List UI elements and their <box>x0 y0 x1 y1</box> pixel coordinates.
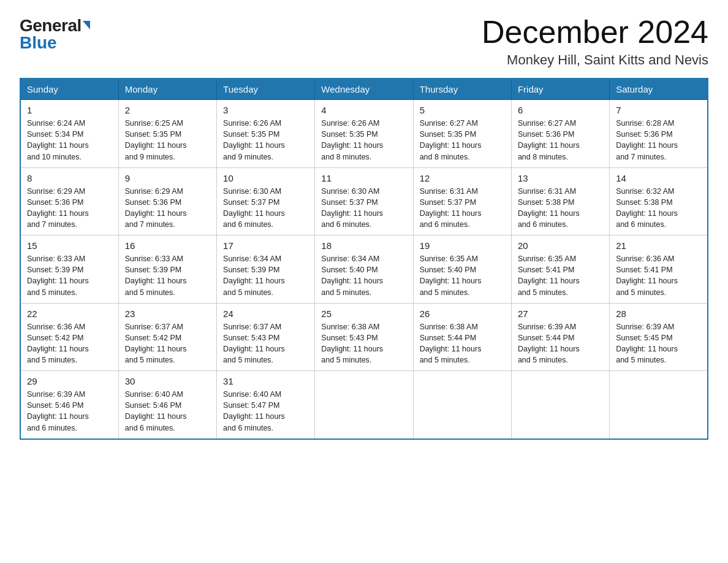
day-number: 5 <box>420 105 505 115</box>
day-number: 29 <box>27 376 112 386</box>
day-info: Sunrise: 6:29 AMSunset: 5:36 PMDaylight:… <box>27 186 112 231</box>
day-info: Sunrise: 6:35 AMSunset: 5:41 PMDaylight:… <box>518 253 603 298</box>
day-info: Sunrise: 6:26 AMSunset: 5:35 PMDaylight:… <box>321 118 406 163</box>
calendar-cell: 4Sunrise: 6:26 AMSunset: 5:35 PMDaylight… <box>315 100 413 168</box>
day-info: Sunrise: 6:36 AMSunset: 5:41 PMDaylight:… <box>616 253 701 298</box>
day-info: Sunrise: 6:39 AMSunset: 5:44 PMDaylight:… <box>518 321 603 366</box>
calendar-cell: 9Sunrise: 6:29 AMSunset: 5:36 PMDaylight… <box>118 167 216 236</box>
calendar-cell: 15Sunrise: 6:33 AMSunset: 5:39 PMDayligh… <box>20 236 118 304</box>
day-info: Sunrise: 6:35 AMSunset: 5:40 PMDaylight:… <box>420 253 505 298</box>
day-number: 23 <box>125 308 210 319</box>
calendar-cell: 25Sunrise: 6:38 AMSunset: 5:43 PMDayligh… <box>315 303 413 371</box>
day-number: 10 <box>223 173 308 183</box>
day-info: Sunrise: 6:33 AMSunset: 5:39 PMDaylight:… <box>125 253 210 298</box>
calendar-cell: 27Sunrise: 6:39 AMSunset: 5:44 PMDayligh… <box>511 303 609 371</box>
day-number: 8 <box>27 173 112 183</box>
calendar-cell: 31Sunrise: 6:40 AMSunset: 5:47 PMDayligh… <box>217 371 315 439</box>
day-number: 11 <box>321 173 406 183</box>
weekday-header: Thursday <box>413 79 511 100</box>
calendar-cell: 23Sunrise: 6:37 AMSunset: 5:42 PMDayligh… <box>118 303 216 371</box>
day-number: 31 <box>223 376 308 386</box>
day-number: 7 <box>616 105 701 115</box>
calendar-body: 1Sunrise: 6:24 AMSunset: 5:34 PMDaylight… <box>20 100 708 439</box>
day-number: 13 <box>518 173 603 183</box>
day-number: 12 <box>420 173 505 183</box>
day-number: 15 <box>27 240 112 251</box>
day-number: 30 <box>125 376 210 386</box>
day-number: 20 <box>518 240 603 251</box>
day-info: Sunrise: 6:38 AMSunset: 5:43 PMDaylight:… <box>321 321 406 366</box>
calendar-cell: 3Sunrise: 6:26 AMSunset: 5:35 PMDaylight… <box>217 100 315 168</box>
calendar-cell: 29Sunrise: 6:39 AMSunset: 5:46 PMDayligh… <box>20 371 118 439</box>
weekday-header: Tuesday <box>217 79 315 100</box>
day-info: Sunrise: 6:27 AMSunset: 5:36 PMDaylight:… <box>518 118 603 163</box>
weekday-header: Saturday <box>610 79 708 100</box>
day-info: Sunrise: 6:37 AMSunset: 5:42 PMDaylight:… <box>125 321 210 366</box>
calendar-cell <box>315 371 413 439</box>
calendar-cell: 8Sunrise: 6:29 AMSunset: 5:36 PMDaylight… <box>20 167 118 236</box>
day-number: 4 <box>321 105 406 115</box>
logo-general-text: General <box>20 17 82 34</box>
calendar-cell: 30Sunrise: 6:40 AMSunset: 5:46 PMDayligh… <box>118 371 216 439</box>
calendar-cell <box>413 371 511 439</box>
calendar-cell: 17Sunrise: 6:34 AMSunset: 5:39 PMDayligh… <box>217 236 315 304</box>
day-info: Sunrise: 6:29 AMSunset: 5:36 PMDaylight:… <box>125 186 210 231</box>
day-number: 26 <box>420 308 505 319</box>
day-number: 27 <box>518 308 603 319</box>
calendar-cell: 28Sunrise: 6:39 AMSunset: 5:45 PMDayligh… <box>610 303 708 371</box>
weekday-header: Monday <box>118 79 216 100</box>
day-info: Sunrise: 6:38 AMSunset: 5:44 PMDaylight:… <box>420 321 505 366</box>
calendar-week: 29Sunrise: 6:39 AMSunset: 5:46 PMDayligh… <box>20 371 708 439</box>
calendar-cell: 12Sunrise: 6:31 AMSunset: 5:37 PMDayligh… <box>413 167 511 236</box>
weekday-header: Friday <box>511 79 609 100</box>
calendar-cell: 18Sunrise: 6:34 AMSunset: 5:40 PMDayligh… <box>315 236 413 304</box>
day-info: Sunrise: 6:36 AMSunset: 5:42 PMDaylight:… <box>27 321 112 366</box>
calendar-cell: 26Sunrise: 6:38 AMSunset: 5:44 PMDayligh… <box>413 303 511 371</box>
day-number: 17 <box>223 240 308 251</box>
day-number: 18 <box>321 240 406 251</box>
calendar-table: SundayMondayTuesdayWednesdayThursdayFrid… <box>20 78 708 440</box>
calendar-cell: 16Sunrise: 6:33 AMSunset: 5:39 PMDayligh… <box>118 236 216 304</box>
weekday-header: Wednesday <box>315 79 413 100</box>
calendar-cell: 14Sunrise: 6:32 AMSunset: 5:38 PMDayligh… <box>610 167 708 236</box>
calendar-cell: 13Sunrise: 6:31 AMSunset: 5:38 PMDayligh… <box>511 167 609 236</box>
day-info: Sunrise: 6:39 AMSunset: 5:46 PMDaylight:… <box>27 389 112 434</box>
day-number: 19 <box>420 240 505 251</box>
calendar-cell: 19Sunrise: 6:35 AMSunset: 5:40 PMDayligh… <box>413 236 511 304</box>
logo-arrow-icon <box>83 21 90 29</box>
location-title: Monkey Hill, Saint Kitts and Nevis <box>482 52 708 68</box>
day-info: Sunrise: 6:25 AMSunset: 5:35 PMDaylight:… <box>125 118 210 163</box>
day-number: 2 <box>125 105 210 115</box>
day-info: Sunrise: 6:30 AMSunset: 5:37 PMDaylight:… <box>223 186 308 231</box>
day-info: Sunrise: 6:24 AMSunset: 5:34 PMDaylight:… <box>27 118 112 163</box>
calendar-week: 22Sunrise: 6:36 AMSunset: 5:42 PMDayligh… <box>20 303 708 371</box>
day-info: Sunrise: 6:27 AMSunset: 5:35 PMDaylight:… <box>420 118 505 163</box>
calendar-cell: 21Sunrise: 6:36 AMSunset: 5:41 PMDayligh… <box>610 236 708 304</box>
day-number: 25 <box>321 308 406 319</box>
day-number: 24 <box>223 308 308 319</box>
calendar-week: 15Sunrise: 6:33 AMSunset: 5:39 PMDayligh… <box>20 236 708 304</box>
calendar-cell: 6Sunrise: 6:27 AMSunset: 5:36 PMDaylight… <box>511 100 609 168</box>
day-number: 21 <box>616 240 701 251</box>
logo-blue-text: Blue <box>20 34 57 52</box>
day-info: Sunrise: 6:31 AMSunset: 5:37 PMDaylight:… <box>420 186 505 231</box>
day-number: 22 <box>27 308 112 319</box>
month-title: December 2024 <box>482 15 708 50</box>
day-number: 14 <box>616 173 701 183</box>
title-block: December 2024 Monkey Hill, Saint Kitts a… <box>482 15 708 68</box>
calendar-week: 1Sunrise: 6:24 AMSunset: 5:34 PMDaylight… <box>20 100 708 168</box>
calendar-week: 8Sunrise: 6:29 AMSunset: 5:36 PMDaylight… <box>20 167 708 236</box>
calendar-header: SundayMondayTuesdayWednesdayThursdayFrid… <box>20 79 708 100</box>
day-info: Sunrise: 6:31 AMSunset: 5:38 PMDaylight:… <box>518 186 603 231</box>
weekday-header: Sunday <box>20 79 118 100</box>
day-info: Sunrise: 6:40 AMSunset: 5:47 PMDaylight:… <box>223 389 308 434</box>
calendar-cell: 1Sunrise: 6:24 AMSunset: 5:34 PMDaylight… <box>20 100 118 168</box>
day-number: 3 <box>223 105 308 115</box>
day-info: Sunrise: 6:34 AMSunset: 5:40 PMDaylight:… <box>321 253 406 298</box>
day-info: Sunrise: 6:40 AMSunset: 5:46 PMDaylight:… <box>125 389 210 434</box>
day-number: 1 <box>27 105 112 115</box>
calendar-cell: 2Sunrise: 6:25 AMSunset: 5:35 PMDaylight… <box>118 100 216 168</box>
day-number: 16 <box>125 240 210 251</box>
day-info: Sunrise: 6:33 AMSunset: 5:39 PMDaylight:… <box>27 253 112 298</box>
calendar-cell: 24Sunrise: 6:37 AMSunset: 5:43 PMDayligh… <box>217 303 315 371</box>
